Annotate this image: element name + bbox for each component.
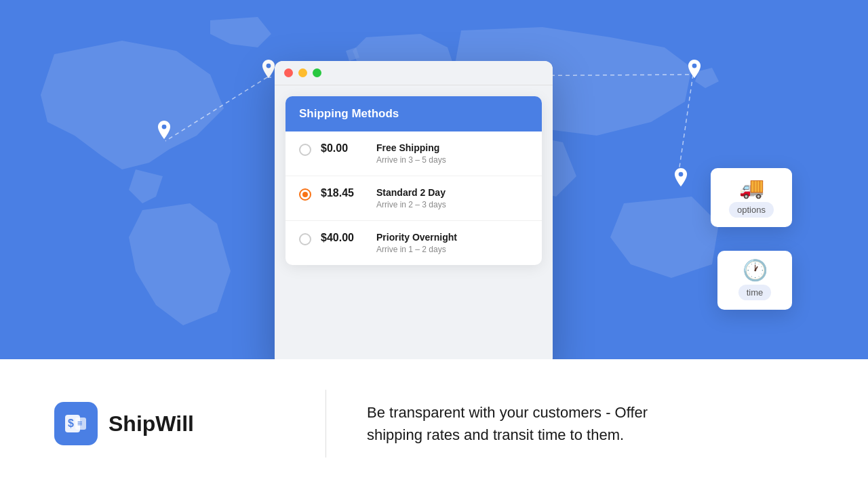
shipping-methods-card: Shipping Methods $0.00 Free Shipping Arr… (285, 96, 542, 265)
svg-text:$: $ (68, 418, 74, 429)
method-name-free: Free Shipping (376, 142, 528, 153)
method-eta-standard: Arrive in 2 – 3 days (376, 200, 528, 209)
bottom-section: $ ≡ ShipWill Be transparent with your cu… (0, 359, 868, 488)
time-tooltip: 🕐 time (717, 251, 792, 310)
radio-priority[interactable] (299, 233, 311, 245)
clock-icon: 🕐 (743, 260, 768, 281)
section-divider (326, 390, 326, 458)
method-eta-free: Arrive in 3 – 5 days (376, 155, 528, 165)
method-info-free: Free Shipping Arrive in 3 – 5 days (376, 142, 528, 165)
minimize-button[interactable] (298, 68, 307, 77)
svg-point-5 (692, 64, 697, 68)
svg-point-3 (267, 64, 271, 68)
method-eta-priority: Arrive in 1 – 2 days (376, 245, 528, 254)
location-pin-2 (155, 121, 174, 144)
radio-standard[interactable] (299, 188, 311, 201)
tagline: Be transparent with your customers - Off… (367, 401, 706, 446)
radio-free[interactable] (299, 144, 311, 156)
method-info-standard: Standard 2 Day Arrive in 2 – 3 days (376, 187, 528, 209)
options-tooltip: 🚚 options (711, 168, 792, 227)
brand-logo: $ ≡ (54, 402, 98, 445)
hero-section: Shipping Methods $0.00 Free Shipping Arr… (0, 0, 868, 359)
price-free: $0.00 (321, 142, 367, 155)
svg-point-6 (679, 172, 684, 177)
shipping-row-priority[interactable]: $40.00 Priority Overnight Arrive in 1 – … (285, 221, 542, 265)
browser-window: Shipping Methods $0.00 Free Shipping Arr… (275, 61, 553, 359)
method-name-standard: Standard 2 Day (376, 187, 528, 198)
method-info-priority: Priority Overnight Arrive in 1 – 2 days (376, 232, 528, 254)
truck-icon: 🚚 (739, 178, 764, 198)
shipping-row-free[interactable]: $0.00 Free Shipping Arrive in 3 – 5 days (285, 131, 542, 176)
close-button[interactable] (284, 68, 293, 77)
svg-point-4 (162, 125, 167, 129)
brand-name: ShipWill (108, 411, 194, 436)
browser-content: Shipping Methods $0.00 Free Shipping Arr… (275, 96, 553, 265)
price-priority: $40.00 (321, 232, 367, 244)
logo-icon: $ ≡ (63, 411, 89, 436)
options-label: options (729, 202, 774, 218)
method-name-priority: Priority Overnight (376, 232, 528, 243)
svg-text:≡: ≡ (77, 418, 83, 428)
shipping-row-standard[interactable]: $18.45 Standard 2 Day Arrive in 2 – 3 da… (285, 176, 542, 221)
page-wrapper: Shipping Methods $0.00 Free Shipping Arr… (0, 0, 868, 488)
location-pin-4 (671, 168, 690, 191)
shipping-card-header: Shipping Methods (285, 96, 542, 131)
price-standard: $18.45 (321, 187, 367, 199)
browser-titlebar (275, 61, 553, 85)
location-pin-3 (685, 60, 704, 83)
time-label: time (738, 285, 772, 300)
maximize-button[interactable] (313, 68, 321, 77)
brand-area: $ ≡ ShipWill (54, 402, 285, 445)
